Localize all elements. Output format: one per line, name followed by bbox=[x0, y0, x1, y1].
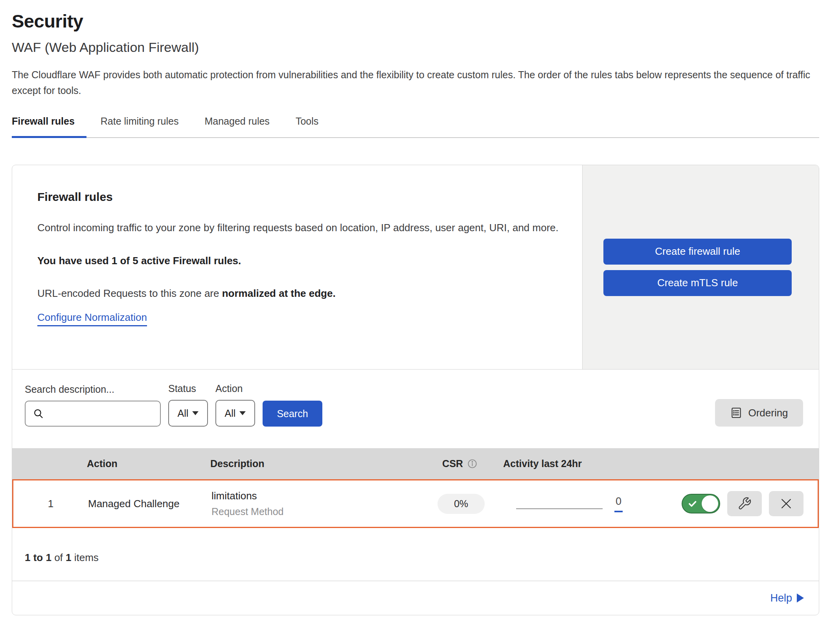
search-button[interactable]: Search bbox=[263, 401, 322, 427]
action-select[interactable]: All bbox=[215, 400, 255, 427]
create-actions-panel: Create firewall rule Create mTLS rule bbox=[582, 165, 819, 369]
info-icon[interactable] bbox=[467, 458, 478, 469]
toggle-knob bbox=[702, 495, 718, 512]
column-description: Description bbox=[210, 458, 417, 469]
column-action: Action bbox=[87, 458, 210, 469]
page-subtitle: WAF (Web Application Firewall) bbox=[12, 40, 819, 55]
items-text: items bbox=[72, 552, 99, 563]
delete-rule-button[interactable] bbox=[769, 491, 803, 516]
filter-bar: Search description... Status All Action bbox=[12, 370, 819, 448]
search-field[interactable] bbox=[25, 401, 161, 427]
action-value: All bbox=[225, 408, 236, 419]
csr-badge: 0% bbox=[438, 494, 485, 514]
check-icon bbox=[688, 499, 698, 509]
rule-description-cell: limitations Request Method bbox=[211, 490, 418, 517]
status-label: Status bbox=[168, 383, 208, 394]
wrench-icon bbox=[737, 497, 752, 511]
help-link[interactable]: Help bbox=[770, 592, 804, 604]
tab-label: Tools bbox=[296, 116, 318, 127]
create-mtls-rule-button[interactable]: Create mTLS rule bbox=[603, 270, 792, 296]
chevron-down-icon bbox=[239, 411, 246, 415]
tab-firewall-rules[interactable]: Firewall rules bbox=[12, 116, 86, 137]
search-icon bbox=[33, 408, 44, 420]
tab-label: Rate limiting rules bbox=[101, 116, 179, 127]
tab-tools[interactable]: Tools bbox=[296, 116, 330, 137]
rule-action: Managed Challenge bbox=[88, 498, 211, 510]
tab-managed-rules[interactable]: Managed rules bbox=[204, 116, 281, 137]
action-label: Action bbox=[215, 383, 255, 394]
activity-count-link[interactable]: 0 bbox=[614, 495, 623, 512]
search-input[interactable] bbox=[48, 408, 160, 420]
tab-label: Firewall rules bbox=[12, 116, 75, 127]
rule-expression: Request Method bbox=[211, 506, 418, 517]
help-bar: Help bbox=[12, 581, 819, 615]
total-count: 1 bbox=[66, 552, 71, 563]
edit-rule-button[interactable] bbox=[727, 491, 762, 516]
help-label: Help bbox=[770, 592, 792, 604]
rule-description: limitations bbox=[211, 490, 418, 502]
column-csr: CSR bbox=[417, 458, 503, 469]
page-title: Security bbox=[12, 10, 819, 32]
configure-normalization-link[interactable]: Configure Normalization bbox=[37, 311, 147, 326]
section-heading: Firewall rules bbox=[37, 190, 559, 204]
close-icon bbox=[778, 496, 794, 512]
security-waf-page: Security WAF (Web Application Firewall) … bbox=[0, 0, 831, 615]
rule-enabled-toggle[interactable] bbox=[682, 494, 720, 513]
page-description: The Cloudflare WAF provides both automat… bbox=[12, 67, 818, 98]
table-header: Action Description CSR Activity last 24h… bbox=[12, 448, 819, 479]
pagination-summary: 1 to 1 of 1 items bbox=[12, 528, 819, 581]
of-text: of bbox=[51, 552, 66, 563]
usage-summary: You have used 1 of 5 active Firewall rul… bbox=[37, 255, 559, 267]
firewall-rules-card: Firewall rules Control incoming traffic … bbox=[12, 165, 819, 615]
csr-header-label: CSR bbox=[442, 458, 463, 469]
normalization-note: URL-encoded Requests to this zone are no… bbox=[37, 287, 559, 300]
activity-sparkline bbox=[516, 508, 603, 509]
range-text: 1 to 1 bbox=[25, 552, 51, 563]
chevron-down-icon bbox=[192, 411, 199, 415]
arrow-right-icon bbox=[797, 593, 804, 603]
tab-rate-limiting-rules[interactable]: Rate limiting rules bbox=[101, 116, 191, 137]
section-lead: Control incoming traffic to your zone by… bbox=[37, 219, 559, 237]
rule-priority: 1 bbox=[13, 498, 88, 510]
create-firewall-rule-button[interactable]: Create firewall rule bbox=[603, 239, 792, 265]
overview-text: Firewall rules Control incoming traffic … bbox=[12, 165, 582, 369]
ordering-list-icon bbox=[730, 407, 743, 419]
normalization-bold: normalized at the edge. bbox=[222, 287, 336, 299]
waf-tabs: Firewall rules Rate limiting rules Manag… bbox=[12, 116, 819, 138]
ordering-button[interactable]: Ordering bbox=[715, 399, 803, 427]
ordering-label: Ordering bbox=[748, 407, 788, 419]
column-activity: Activity last 24hr bbox=[503, 458, 819, 469]
normalization-prefix: URL-encoded Requests to this zone are bbox=[37, 287, 222, 299]
firewall-rule-row[interactable]: 1 Managed Challenge limitations Request … bbox=[12, 479, 819, 528]
tab-label: Managed rules bbox=[204, 116, 269, 127]
activity-cell: 0 bbox=[504, 491, 818, 516]
overview-section: Firewall rules Control incoming traffic … bbox=[12, 165, 819, 370]
search-label: Search description... bbox=[25, 384, 161, 395]
status-value: All bbox=[178, 408, 189, 419]
status-select[interactable]: All bbox=[168, 400, 208, 427]
